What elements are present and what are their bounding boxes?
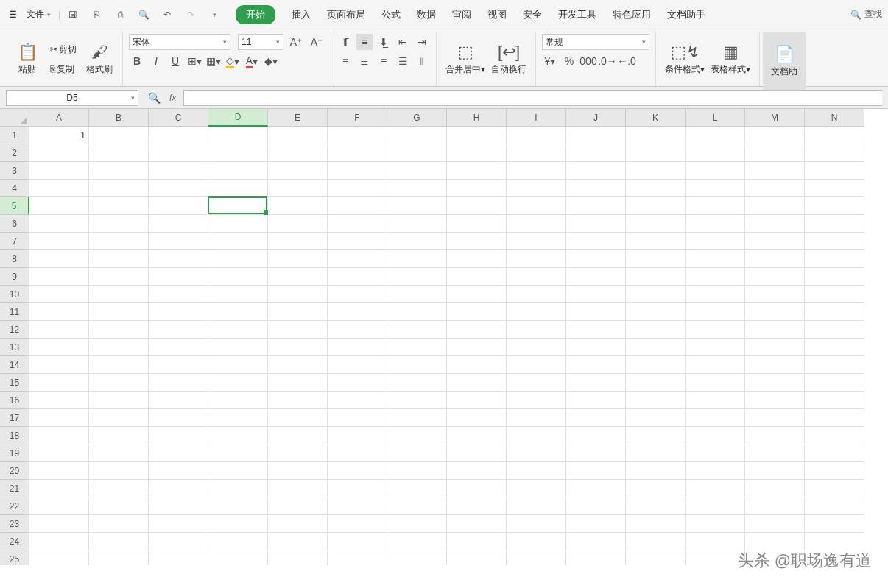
cell[interactable] <box>805 303 864 321</box>
cell[interactable] <box>208 286 268 303</box>
tab-doc-helper[interactable]: 文档助手 <box>667 8 705 21</box>
cell[interactable] <box>268 515 328 533</box>
font-size-select[interactable]: 11▾ <box>238 34 283 50</box>
cell[interactable] <box>805 233 864 250</box>
cell[interactable] <box>686 127 745 144</box>
cell[interactable] <box>387 268 447 286</box>
border-button[interactable]: ⊞▾ <box>186 53 202 69</box>
cell[interactable] <box>29 392 89 409</box>
row-header-3[interactable]: 3 <box>0 162 29 180</box>
cell[interactable] <box>328 550 387 565</box>
row-header-22[interactable]: 22 <box>0 497 29 515</box>
cell[interactable] <box>29 162 89 180</box>
col-header-E[interactable]: E <box>268 109 328 127</box>
cell[interactable] <box>447 462 507 480</box>
cell[interactable] <box>89 550 149 565</box>
cell[interactable] <box>89 444 149 462</box>
cell[interactable] <box>149 480 208 497</box>
name-box[interactable]: D5 ▾ <box>6 90 138 106</box>
cell[interactable] <box>89 392 149 409</box>
cell[interactable] <box>208 215 268 233</box>
cell[interactable] <box>29 515 89 533</box>
cell[interactable] <box>566 233 626 250</box>
cell[interactable] <box>447 180 507 197</box>
cell[interactable] <box>566 197 626 215</box>
decrease-indent-icon[interactable]: ⇤ <box>395 34 411 50</box>
cell[interactable] <box>328 462 387 480</box>
row-header-4[interactable]: 4 <box>0 180 29 197</box>
cell[interactable] <box>447 533 507 550</box>
align-right-icon[interactable]: ≡ <box>376 53 392 69</box>
cell[interactable] <box>268 127 328 144</box>
cell[interactable] <box>805 286 864 303</box>
cell[interactable] <box>149 356 208 374</box>
cell[interactable] <box>745 533 805 550</box>
cell[interactable] <box>686 374 745 392</box>
cell[interactable] <box>387 480 447 497</box>
bold-button[interactable]: B <box>129 53 145 69</box>
hamburger-icon[interactable]: ☰ <box>6 10 19 20</box>
cell[interactable] <box>29 286 89 303</box>
align-middle-icon[interactable]: ≡ <box>356 34 373 50</box>
cell[interactable] <box>686 250 745 268</box>
row-header-9[interactable]: 9 <box>0 268 29 286</box>
cell[interactable] <box>89 268 149 286</box>
cell[interactable] <box>566 339 626 356</box>
cell[interactable] <box>626 233 686 250</box>
cell[interactable] <box>149 144 208 162</box>
cell[interactable] <box>328 162 387 180</box>
align-top-icon[interactable]: ⬆̄ <box>337 34 353 50</box>
cell[interactable] <box>387 409 447 427</box>
cell[interactable] <box>626 356 686 374</box>
cell[interactable] <box>745 392 805 409</box>
cell[interactable] <box>447 162 507 180</box>
cell[interactable] <box>89 286 149 303</box>
cell[interactable] <box>89 480 149 497</box>
cell[interactable] <box>686 268 745 286</box>
row-header-14[interactable]: 14 <box>0 356 29 374</box>
cell[interactable] <box>387 356 447 374</box>
cell[interactable] <box>149 286 208 303</box>
cell[interactable] <box>745 374 805 392</box>
cell[interactable] <box>507 162 566 180</box>
cell[interactable] <box>745 127 805 144</box>
cell[interactable] <box>566 480 626 497</box>
col-header-D[interactable]: D <box>208 109 268 127</box>
cell[interactable] <box>507 480 566 497</box>
cell[interactable] <box>387 162 447 180</box>
cell[interactable] <box>626 180 686 197</box>
cell[interactable] <box>149 321 208 339</box>
row-header-1[interactable]: 1 <box>0 127 29 144</box>
cell[interactable] <box>387 497 447 515</box>
cell[interactable] <box>507 533 566 550</box>
cell[interactable] <box>447 444 507 462</box>
percent-icon[interactable]: % <box>561 53 577 69</box>
cell[interactable] <box>29 250 89 268</box>
cell[interactable] <box>507 427 566 444</box>
cell[interactable] <box>507 515 566 533</box>
cell[interactable] <box>89 374 149 392</box>
fx-icon[interactable]: fx <box>169 93 176 103</box>
cell[interactable] <box>507 321 566 339</box>
decrease-decimal-icon[interactable]: ←.0 <box>619 53 635 69</box>
find-button[interactable]: 🔍 查找 <box>850 8 882 21</box>
cell[interactable] <box>208 444 268 462</box>
col-header-F[interactable]: F <box>328 109 387 127</box>
cell[interactable] <box>268 286 328 303</box>
cell[interactable] <box>29 480 89 497</box>
cell[interactable] <box>805 268 864 286</box>
cell[interactable] <box>805 339 864 356</box>
cell[interactable] <box>208 550 268 565</box>
cell[interactable] <box>149 497 208 515</box>
tab-view[interactable]: 视图 <box>487 8 507 21</box>
print-icon[interactable]: ⎙ <box>113 10 127 20</box>
cell[interactable] <box>328 233 387 250</box>
row-header-23[interactable]: 23 <box>0 515 29 533</box>
cell[interactable] <box>566 392 626 409</box>
cell[interactable] <box>149 392 208 409</box>
cell[interactable] <box>268 409 328 427</box>
cell[interactable] <box>328 144 387 162</box>
cell[interactable] <box>626 127 686 144</box>
formula-input[interactable] <box>183 90 882 106</box>
col-header-B[interactable]: B <box>89 109 149 127</box>
